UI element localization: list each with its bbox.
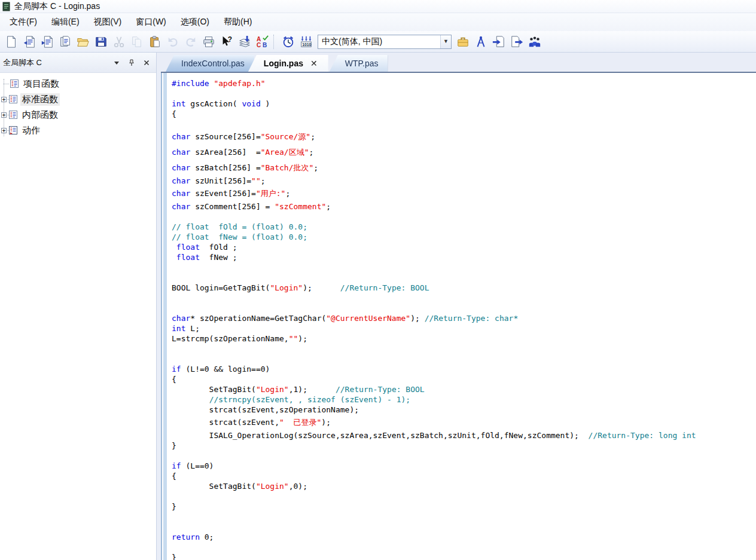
tab-indexcontrol[interactable]: IndexControl.pas <box>166 55 254 72</box>
code-editor[interactable]: #include "apdefap.h" int gscAction( void… <box>167 73 756 560</box>
compile-icon[interactable] <box>236 33 253 50</box>
cut-icon <box>111 33 127 50</box>
panel-header: 全局脚本 C <box>0 53 156 73</box>
code-line: char szUnit[256]=""; <box>172 176 754 186</box>
app-icon <box>2 2 11 11</box>
tab-login[interactable]: Login.pas✕ <box>248 55 328 72</box>
new-action-icon[interactable] <box>21 33 38 50</box>
svg-text:C: C <box>257 42 261 48</box>
function-tree: 项目函数+标准函数+内部函数+动作 <box>0 73 156 560</box>
code-line: int gscAction( void ) <box>172 99 754 109</box>
sidebar-item-internal-functions[interactable]: +内部函数 <box>0 107 156 123</box>
code-line <box>172 451 754 461</box>
code-line <box>172 512 754 522</box>
panel-menu-chevron-down-icon[interactable] <box>111 57 122 68</box>
svg-text:?: ? <box>228 35 232 44</box>
sidebar-item-label: 项目函数 <box>22 78 61 90</box>
code-line: if (L==0) <box>172 461 754 471</box>
sidebar-item-label: 动作 <box>20 124 42 137</box>
tools-icon[interactable] <box>472 33 489 50</box>
code-line: //strncpy(szEvent, , sizeof (szEvent) - … <box>172 394 754 405</box>
context-help-icon[interactable]: ? <box>218 33 235 50</box>
menu-bar: 文件(F)编辑(E)视图(V)窗口(W)选项(O)帮助(H) <box>0 13 756 31</box>
users-icon[interactable] <box>526 33 543 50</box>
menu-item-edit[interactable]: 编辑(E) <box>44 14 87 30</box>
panel-splitter[interactable] <box>157 53 161 560</box>
io-bits-icon[interactable]: 1010 <box>298 33 315 50</box>
code-line: int L; <box>172 323 754 333</box>
code-line: char* szOperationName=GetTagChar("@Curre… <box>172 313 754 323</box>
menu-item-window[interactable]: 窗口(W) <box>129 14 173 30</box>
tab-label: Login.pas <box>264 59 303 68</box>
code-line: #include "apdefap.h" <box>172 78 754 88</box>
code-line: char szComment[256] = "szComment"; <box>172 201 754 212</box>
code-line: strcat(szEvent," 已登录"); <box>172 415 754 430</box>
toolbox-icon[interactable] <box>455 33 471 50</box>
view-source-icon[interactable] <box>57 33 74 50</box>
sidebar-item-standard-functions[interactable]: +标准函数 <box>0 91 156 107</box>
tab-close-icon[interactable]: ✕ <box>309 59 319 68</box>
title-bar: 全局脚本 C - Login.pas <box>0 0 756 13</box>
new-file-icon[interactable] <box>3 33 20 50</box>
menu-item-file[interactable]: 文件(F) <box>2 14 44 30</box>
script-icon <box>10 79 19 88</box>
sidebar-item-label: 标准函数 <box>20 93 60 106</box>
undo-icon <box>164 33 181 50</box>
code-line: char szBatch[256] ="Batch/批次"; <box>172 160 754 176</box>
svg-text:B: B <box>263 42 267 48</box>
redo-icon <box>182 33 199 50</box>
menu-item-help[interactable]: 帮助(H) <box>217 14 259 30</box>
expand-plus-icon[interactable]: + <box>1 112 7 118</box>
language-select-value: 中文(简体, 中国) <box>318 36 440 47</box>
expand-plus-icon[interactable]: + <box>1 97 7 102</box>
code-line: char szSource[256]="Source/源"; <box>172 129 754 145</box>
tab-wtp[interactable]: WTP.pas <box>330 55 388 72</box>
toolbar-separator <box>273 35 278 49</box>
import-icon[interactable] <box>490 33 507 50</box>
sidebar-item-actions[interactable]: +动作 <box>0 123 156 138</box>
script-icon <box>8 94 18 104</box>
code-line <box>172 212 754 222</box>
code-line <box>172 273 754 283</box>
code-line: { <box>172 374 754 384</box>
open-action-icon[interactable] <box>39 33 56 50</box>
save-icon[interactable] <box>93 33 109 50</box>
code-line: strcat(szEvent,szOperationName); <box>172 405 754 415</box>
toolbar: ?ACB1010中文(简体, 中国)▼ <box>0 31 756 53</box>
code-line: BOOL login=GetTagBit("Login"); //Return-… <box>172 283 754 293</box>
runtime-clock-icon[interactable] <box>280 33 297 50</box>
export-icon[interactable] <box>508 33 525 50</box>
code-line: SetTagBit("Login",0); <box>172 481 754 491</box>
menu-item-options[interactable]: 选项(O) <box>173 14 217 30</box>
action-icon <box>8 126 18 135</box>
panel-close-icon[interactable] <box>141 57 152 68</box>
window-title: 全局脚本 C - Login.pas <box>14 1 100 12</box>
code-line <box>172 303 754 313</box>
code-line: } <box>172 501 754 512</box>
code-line: SetTagBit("Login",1); //Return-Type: BOO… <box>172 384 754 394</box>
code-line: } <box>172 552 754 560</box>
sidebar-item-project-functions[interactable]: 项目函数 <box>0 76 156 91</box>
code-line: ISALG_OperationLog(szSource,szArea,szEve… <box>172 430 754 440</box>
paste-icon[interactable] <box>147 33 163 50</box>
open-folder-icon[interactable] <box>75 33 92 50</box>
expand-plus-icon[interactable]: + <box>1 128 7 133</box>
script-icon <box>8 110 18 120</box>
language-select-chevron-down-icon[interactable]: ▼ <box>440 35 451 48</box>
code-line: L=strcmp(szOperationName,""); <box>172 333 754 344</box>
code-line <box>172 293 754 303</box>
code-line: { <box>172 109 754 119</box>
tab-label: WTP.pas <box>345 59 379 68</box>
syntax-check-icon[interactable]: ACB <box>254 33 271 50</box>
code-line <box>172 542 754 552</box>
code-line <box>172 491 754 501</box>
code-line: if (L!=0 && login==0) <box>172 364 754 374</box>
code-line: float fNew ; <box>172 252 754 262</box>
print-icon[interactable] <box>200 33 217 50</box>
panel-pin-icon[interactable] <box>126 57 137 68</box>
code-line <box>172 344 754 354</box>
menu-item-view[interactable]: 视图(V) <box>87 14 129 30</box>
language-select[interactable]: 中文(简体, 中国)▼ <box>318 35 452 49</box>
code-line: // float fOld = (float) 0.0; <box>172 222 754 232</box>
code-line: char szArea[256] ="Area/区域"; <box>172 145 754 160</box>
